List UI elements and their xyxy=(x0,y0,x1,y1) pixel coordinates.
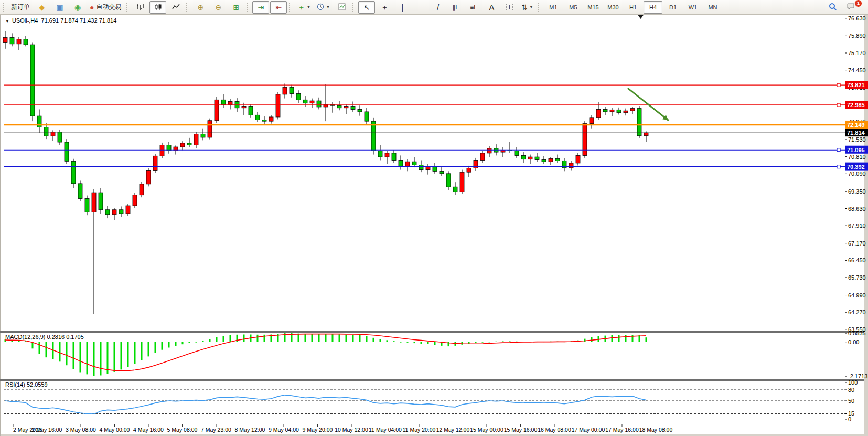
zoom-out-button[interactable]: ⊖ xyxy=(210,1,227,14)
fibonacci-icon: ≡F xyxy=(470,4,477,10)
auto-scroll-button[interactable]: ⇥ xyxy=(252,1,269,14)
new-order-button-label: 新订单 xyxy=(11,3,30,12)
tf-h1-button[interactable]: H1 xyxy=(624,1,642,14)
toolbar-right: 1 xyxy=(824,1,868,14)
tf-m15-button[interactable]: M15 xyxy=(584,1,603,14)
chart-title: ▼USOil-,H4 71.691 71.874 71.432 71.814 xyxy=(5,17,116,24)
tf-m1-button[interactable]: M1 xyxy=(544,1,563,14)
chart-shift-button[interactable]: ⇤ xyxy=(270,1,287,14)
tf-h4-button[interactable]: H4 xyxy=(644,1,662,14)
tile-windows-button[interactable]: ⊞ xyxy=(228,1,244,14)
support-line-2-handle[interactable] xyxy=(837,165,840,168)
autotrading-button[interactable]: ●自动交易 xyxy=(87,1,124,14)
chart-shift-icon: ⇤ xyxy=(276,4,282,11)
horizontal-line-button[interactable]: — xyxy=(412,1,428,14)
toolbar-grip xyxy=(126,3,128,12)
chart-symbol-period: USOil-,H4 xyxy=(12,17,38,24)
gold-promo-icon-icon: ◆ xyxy=(39,4,45,11)
svg-text:76.630: 76.630 xyxy=(848,15,866,22)
mt4-terminal-window: { "toolbar": { "groups": [ {"name":"trad… xyxy=(0,0,868,436)
tf-m5-button[interactable]: M5 xyxy=(564,1,583,14)
periods-button-dropdown[interactable]: ▼ xyxy=(326,5,330,9)
zoom-in-button[interactable]: ⊕ xyxy=(192,1,209,14)
tile-windows-icon: ⊞ xyxy=(233,4,240,11)
cursor-icon: ↖ xyxy=(363,4,370,11)
indicators-button[interactable]: ＋▼ xyxy=(295,1,313,14)
arrows-button[interactable]: ⇅▼ xyxy=(519,1,536,14)
periods-icon xyxy=(317,3,324,12)
line-chart-button[interactable] xyxy=(167,1,184,14)
gold-promo-icon[interactable]: ◆ xyxy=(34,1,50,14)
equidistant-channel-icon: ∥E xyxy=(452,4,459,10)
signals-icon[interactable]: ◉ xyxy=(69,1,86,14)
svg-text:8 May 12:00: 8 May 12:00 xyxy=(235,427,265,433)
chat-button[interactable]: 1 xyxy=(842,1,859,14)
market-watch-icon-icon: ▣ xyxy=(56,4,63,11)
tf-m1-button-label: M1 xyxy=(549,4,557,10)
svg-text:0.00: 0.00 xyxy=(848,339,859,345)
svg-text:70.810: 70.810 xyxy=(848,154,866,160)
svg-text:100: 100 xyxy=(848,379,858,386)
text-label-button[interactable]: T xyxy=(501,1,518,14)
svg-text:68.630: 68.630 xyxy=(848,206,866,212)
price-badge-72.985: 72.985 xyxy=(845,101,868,109)
notification-badge[interactable]: 1 xyxy=(854,0,862,7)
equidistant-channel-button[interactable]: ∥E xyxy=(447,1,464,14)
cursor-button[interactable]: ↖ xyxy=(358,1,375,14)
toolbar-grip xyxy=(538,3,541,12)
svg-text:10 May 12:00: 10 May 12:00 xyxy=(335,427,368,433)
market-watch-icon[interactable]: ▣ xyxy=(51,1,68,14)
trendline-icon: / xyxy=(437,4,439,11)
zoom-in-icon: ⊕ xyxy=(198,4,204,11)
tf-m30-button[interactable]: M30 xyxy=(604,1,623,14)
chart-background xyxy=(0,15,868,436)
vertical-line-button[interactable]: | xyxy=(394,1,411,14)
trendline-button[interactable]: / xyxy=(430,1,446,14)
price-badge-72.149: 72.149 xyxy=(845,121,868,129)
tf-m30-button-label: M30 xyxy=(607,4,618,10)
svg-text:80: 80 xyxy=(848,387,854,393)
bar-chart-button[interactable] xyxy=(132,1,148,14)
fibonacci-button[interactable]: ≡F xyxy=(465,1,482,14)
tf-d1-button[interactable]: D1 xyxy=(663,1,682,14)
svg-text:15 May 00:00: 15 May 00:00 xyxy=(470,427,503,433)
toolbar-grip xyxy=(352,3,355,12)
svg-text:71.095: 71.095 xyxy=(847,147,865,153)
svg-text:15 May 16:00: 15 May 16:00 xyxy=(504,427,538,433)
support-line-1-handle[interactable] xyxy=(837,148,840,152)
svg-text:0: 0 xyxy=(848,416,851,422)
macd-indicator-label: MACD(12,26,9) 0.2816 0.1705 xyxy=(5,334,84,340)
resistance-line-1-handle[interactable] xyxy=(837,83,840,87)
candlestick-button[interactable] xyxy=(149,1,166,14)
signals-icon-icon: ◉ xyxy=(74,4,81,11)
tf-h4-button-label: H4 xyxy=(649,4,657,10)
tf-w1-button[interactable]: W1 xyxy=(683,1,702,14)
tf-d1-button-label: D1 xyxy=(669,4,677,10)
svg-text:75.170: 75.170 xyxy=(848,50,866,56)
svg-text:7 May 23:00: 7 May 23:00 xyxy=(201,427,231,433)
search-button[interactable] xyxy=(824,1,841,14)
svg-text:71.814: 71.814 xyxy=(847,130,865,136)
svg-text:72.149: 72.149 xyxy=(847,122,865,128)
candlestick-icon xyxy=(154,3,162,12)
indicators-button-dropdown[interactable]: ▼ xyxy=(306,5,310,9)
indicators-icon: ＋ xyxy=(297,4,305,11)
chart-canvas[interactable]: 76.63075.89075.17074.45073.71072.99072.2… xyxy=(0,15,868,436)
chart-title-expander[interactable]: ▼ xyxy=(5,19,9,24)
zoom-out-icon: ⊖ xyxy=(216,4,222,11)
svg-text:67.910: 67.910 xyxy=(848,222,866,229)
svg-text:65.730: 65.730 xyxy=(848,274,866,281)
search-icon xyxy=(829,3,837,12)
toolbar-grip xyxy=(186,3,189,12)
templates-button[interactable] xyxy=(334,1,350,14)
new-order-button[interactable]: 新订单 xyxy=(8,1,33,14)
tf-mn-button[interactable]: MN xyxy=(703,1,722,14)
price-badge-71.095: 71.095 xyxy=(845,146,868,154)
arrows-button-dropdown[interactable]: ▼ xyxy=(529,5,533,9)
text-button[interactable]: A xyxy=(483,1,500,14)
periods-button[interactable]: ▼ xyxy=(314,1,333,14)
crosshair-button[interactable]: ＋ xyxy=(376,1,393,14)
svg-text:69.350: 69.350 xyxy=(848,188,866,195)
svg-text:3 May 08:00: 3 May 08:00 xyxy=(66,427,96,433)
resistance-line-2-handle[interactable] xyxy=(837,103,840,107)
